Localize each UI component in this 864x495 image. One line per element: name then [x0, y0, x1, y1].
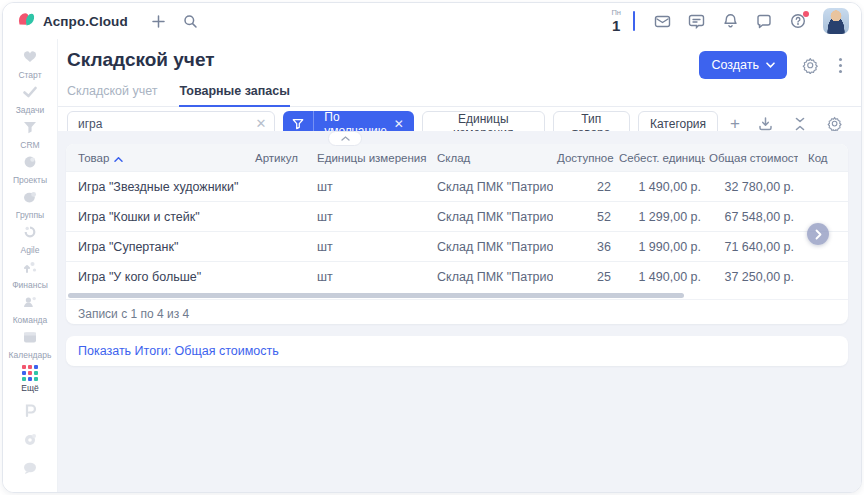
mail-icon[interactable] — [647, 6, 677, 36]
column-header-unit-cost[interactable]: Себест. единицы — [615, 152, 705, 164]
column-header-qty[interactable]: Доступное кол-во — [553, 152, 615, 164]
unit-cost-cell: 1 490,00 р. — [615, 270, 705, 284]
app-window: Аспро.Cloud Пн 1 — [2, 2, 862, 493]
sidebar-item-team[interactable]: Команда — [3, 295, 57, 325]
chevron-down-icon — [766, 62, 775, 68]
product-cell[interactable]: Игра "Кошки и стейк" — [66, 210, 251, 224]
units-cell: шт — [313, 180, 433, 194]
sidebar-item-groups[interactable]: Группы — [3, 190, 57, 220]
notification-dot — [803, 11, 809, 17]
logo-mark-icon — [17, 11, 36, 32]
records-count: Записи с 1 по 4 из 4 — [66, 299, 848, 324]
warehouse-cell: Склад ПМК "Патриот — [433, 210, 553, 224]
page-settings-gear-icon[interactable] — [797, 52, 823, 78]
projects-icon — [22, 155, 38, 173]
app-chat-icon[interactable] — [22, 461, 38, 479]
content-zone: Товар Артикул Единицы измерения Склад До… — [58, 131, 861, 492]
tasks-icon — [22, 85, 38, 103]
table-header-row: Товар Артикул Единицы измерения Склад До… — [66, 144, 848, 171]
sidebar-item-crm[interactable]: CRM — [3, 120, 57, 150]
tab-sklad-uchet[interactable]: Складской учет — [67, 84, 157, 106]
sort-asc-icon — [114, 152, 123, 164]
remove-filter-icon[interactable]: ✕ — [394, 117, 414, 131]
quick-add-button[interactable] — [144, 6, 174, 36]
column-header-total[interactable]: Общая стоимость — [705, 152, 798, 164]
help-icon[interactable] — [783, 6, 813, 36]
inventory-table: Товар Артикул Единицы измерения Склад До… — [66, 144, 848, 324]
app-gear-icon[interactable] — [22, 432, 38, 452]
units-cell: шт — [313, 240, 433, 254]
table-row[interactable]: Игра "Кошки и стейк" шт Склад ПМК "Патри… — [66, 201, 848, 231]
unit-cost-cell: 1 299,00 р. — [615, 210, 705, 224]
more-options-kebab-icon[interactable] — [833, 54, 848, 77]
sidebar-item-more[interactable]: Ещё — [3, 365, 57, 393]
column-header-warehouse[interactable]: Склад — [433, 152, 553, 164]
tab-tovarnye-zapasy[interactable]: Товарные запасы — [179, 84, 289, 107]
horizontal-scrollbar[interactable] — [66, 291, 848, 299]
column-header-code[interactable]: Код — [798, 152, 848, 164]
avatar[interactable] — [823, 8, 849, 34]
warehouse-cell: Склад ПМК "Патриот — [433, 270, 553, 284]
collapse-filters-pill[interactable] — [328, 131, 362, 146]
sidebar: Старт Задачи CRM Проекты Группы Agile Фи… — [3, 39, 58, 492]
create-button[interactable]: Создать — [699, 51, 787, 79]
column-header-article[interactable]: Артикул — [251, 152, 313, 164]
notes-icon[interactable] — [681, 6, 711, 36]
topbar: Аспро.Cloud Пн 1 — [3, 3, 861, 40]
chat-icon[interactable] — [749, 6, 779, 36]
add-filter-icon[interactable]: + — [726, 115, 744, 132]
team-icon — [22, 295, 38, 313]
finance-icon — [22, 260, 38, 278]
chevron-up-icon — [341, 136, 350, 141]
product-cell[interactable]: Игра "Супертанк" — [66, 240, 251, 254]
scrollbar-thumb[interactable] — [68, 293, 684, 298]
table-row[interactable]: Игра "Звездные художники" шт Склад ПМК "… — [66, 171, 848, 201]
table-row[interactable]: Игра "Супертанк" шт Склад ПМК "Патриот 3… — [66, 231, 848, 261]
page-title: Складской учет — [67, 49, 215, 72]
table-row[interactable]: Игра "У кого больше" шт Склад ПМК "Патри… — [66, 261, 848, 291]
bell-icon[interactable] — [715, 6, 745, 36]
totals-card: Показать Итоги: Общая стоимость — [66, 336, 848, 366]
column-header-units[interactable]: Единицы измерения — [313, 152, 433, 164]
unit-cost-cell: 1 490,00 р. — [615, 180, 705, 194]
product-cell[interactable]: Игра "Звездные художники" — [66, 180, 251, 194]
qty-cell: 36 — [553, 240, 615, 254]
units-cell: шт — [313, 210, 433, 224]
clear-search-icon[interactable]: ✕ — [255, 117, 266, 130]
crm-funnel-icon — [22, 120, 38, 138]
app-badge-icon[interactable] — [22, 402, 39, 423]
sidebar-item-projects[interactable]: Проекты — [3, 155, 57, 185]
qty-cell: 52 — [553, 210, 615, 224]
calendar-date[interactable]: Пн 1 — [611, 9, 621, 33]
main-content: Складской учет Создать Складской учет То… — [58, 39, 861, 492]
weekday-label: Пн — [611, 9, 621, 17]
sidebar-item-calendar[interactable]: Календарь — [3, 330, 57, 360]
search-input[interactable] — [76, 116, 255, 132]
total-cell: 37 250,00 р. — [705, 270, 798, 284]
day-number: 1 — [612, 18, 620, 33]
sidebar-item-finance[interactable]: Финансы — [3, 260, 57, 290]
units-cell: шт — [313, 270, 433, 284]
unit-cost-cell: 1 990,00 р. — [615, 240, 705, 254]
scroll-right-button[interactable] — [807, 223, 829, 245]
qty-cell: 25 — [553, 270, 615, 284]
more-grid-icon — [22, 365, 38, 381]
total-cell: 67 548,00 р. — [705, 210, 798, 224]
total-cell: 32 780,00 р. — [705, 180, 798, 194]
groups-icon — [22, 190, 38, 208]
show-totals-link[interactable]: Показать Итоги: Общая стоимость — [78, 344, 279, 358]
search-icon[interactable] — [176, 6, 206, 36]
logo[interactable]: Аспро.Cloud — [3, 11, 128, 32]
sidebar-item-agile[interactable]: Agile — [3, 225, 57, 255]
agile-icon — [22, 225, 38, 243]
qty-cell: 22 — [553, 180, 615, 194]
sidebar-item-tasks[interactable]: Задачи — [3, 85, 57, 115]
column-header-product[interactable]: Товар — [66, 152, 251, 164]
logo-text: Аспро.Cloud — [43, 14, 128, 29]
sidebar-item-start[interactable]: Старт — [3, 49, 57, 80]
topbar-divider — [633, 11, 635, 31]
tabs: Складской учет Товарные запасы — [58, 84, 861, 107]
start-icon — [22, 49, 38, 68]
total-cell: 71 640,00 р. — [705, 240, 798, 254]
product-cell[interactable]: Игра "У кого больше" — [66, 270, 251, 284]
